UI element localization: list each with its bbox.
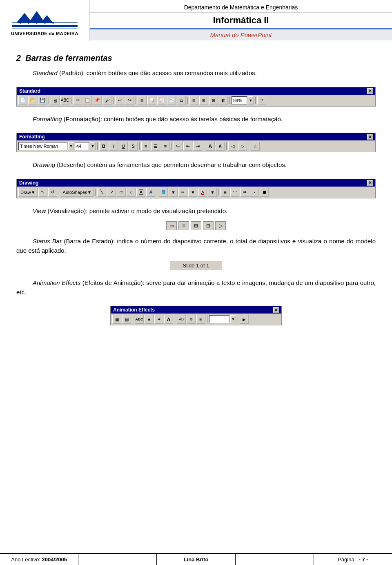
formatting-toolbar: Formatting ✕ Times New Roman ▼ 44 ▼ B I …	[16, 133, 376, 152]
view-normal-btn[interactable]: ▭	[166, 221, 177, 230]
view-slideshow-btn[interactable]: ▷	[215, 221, 226, 230]
standard-toolbar-close[interactable]: ✕	[367, 88, 373, 94]
draw-lines[interactable]: ≡	[220, 188, 229, 197]
tb-copy[interactable]: 📋	[83, 96, 92, 105]
tb-open[interactable]: 📂	[28, 96, 37, 105]
promote-btn[interactable]: ◁	[228, 142, 237, 151]
autoshapes-btn[interactable]: AutoShapes▼	[61, 188, 94, 197]
bold-btn[interactable]: B	[99, 142, 108, 151]
draw-line-color[interactable]: ✏	[178, 188, 187, 197]
align-right[interactable]: ≡	[161, 142, 170, 151]
tb-insert1[interactable]: 📈	[157, 96, 166, 105]
draw-fill-arrow[interactable]: ▼	[169, 188, 178, 197]
indent-less[interactable]: ⇤	[183, 142, 192, 151]
statusbar-rest: (Barra de Estado): indica o número do di…	[16, 238, 376, 254]
tb-insert-table[interactable]: ⊞	[138, 96, 147, 105]
status-bar-text: Slide 1 of 1	[183, 262, 209, 269]
fmt-sep2	[139, 142, 140, 150]
footer-separator1	[78, 554, 157, 565]
anim-select[interactable]	[209, 315, 229, 323]
draw-select[interactable]: ↖	[38, 188, 47, 197]
tb-save[interactable]: 💾	[38, 96, 47, 105]
tb-print[interactable]: 🖨	[51, 96, 60, 105]
anim-btn2[interactable]: ▤	[122, 315, 131, 324]
animation-toolbar-body: ▦ ▤ ABC ★ ✦ A AB ⚙ ⊞ ▼ ▶	[111, 314, 281, 325]
draw-sep4	[218, 189, 219, 196]
align-left[interactable]: ≡	[141, 142, 150, 151]
tb-zoom3[interactable]: ◧	[219, 96, 228, 105]
underline-btn[interactable]: U	[119, 142, 128, 151]
draw-textbox[interactable]: A	[136, 188, 145, 197]
svg-point-7	[36, 22, 38, 24]
tb-undo[interactable]: ↩	[115, 96, 124, 105]
section-title: Barras de ferramentas	[25, 53, 112, 62]
anim-A[interactable]: A	[164, 315, 173, 324]
tb-zoom-out[interactable]: ⊟	[189, 96, 198, 105]
anim-preview[interactable]: ▶	[240, 315, 249, 324]
footer-year-value: 2004/2005	[42, 556, 67, 563]
font-increase[interactable]: A	[206, 142, 215, 151]
draw-3d[interactable]: ◼	[260, 188, 269, 197]
draw-wordart[interactable]: A	[146, 188, 155, 197]
shadow-btn[interactable]: S	[129, 142, 138, 151]
tb-help[interactable]: ?	[257, 96, 266, 105]
tb-spellcheck[interactable]: ABC	[60, 96, 69, 105]
tb-zoom-in[interactable]: ⊞	[199, 96, 208, 105]
italic-btn[interactable]: I	[109, 142, 118, 151]
font-size-arrow[interactable]: ▼	[90, 142, 96, 150]
anim-select-arrow[interactable]: ▼	[230, 315, 236, 323]
anim-bars[interactable]: ⊞	[196, 315, 205, 324]
draw-font-arrow[interactable]: ▼	[208, 188, 217, 197]
view-italic: View	[33, 207, 46, 214]
tb-formatpaint[interactable]: 🖌	[102, 96, 111, 105]
font-size-select[interactable]: 44	[75, 142, 89, 150]
anim-AB[interactable]: AB	[177, 315, 186, 324]
draw-arrow[interactable]: ↗	[107, 188, 116, 197]
fmt-sep5	[226, 142, 227, 150]
draw-menu-btn[interactable]: Draw▼	[18, 188, 38, 197]
tb-insert2[interactable]: 📉	[167, 96, 176, 105]
course-title: Informática II	[90, 13, 392, 29]
formatting-toolbar-close[interactable]: ✕	[367, 134, 373, 140]
align-center[interactable]: ☰	[151, 142, 160, 151]
view-slide-btn[interactable]: ⊞	[191, 221, 201, 230]
draw-rect[interactable]: ▭	[117, 188, 126, 197]
anim-btn1[interactable]: ▦	[112, 315, 121, 324]
animation-toolbar-close[interactable]: ✕	[273, 307, 279, 313]
tb-paste[interactable]: 📌	[93, 96, 102, 105]
animation-preview[interactable]: ☆	[251, 142, 260, 151]
bullets-btn[interactable]: ≔	[174, 142, 183, 151]
draw-line[interactable]: ╲	[97, 188, 106, 197]
animation-toolbar: Animation Effects ✕ ▦ ▤ ABC ★ ✦ A AB ⚙ ⊞	[110, 306, 282, 325]
draw-arrows[interactable]: ⇒	[240, 188, 249, 197]
draw-line-arrow[interactable]: ▼	[188, 188, 197, 197]
anim-text[interactable]: ABC	[135, 315, 144, 324]
draw-shadow[interactable]: ▪	[250, 188, 259, 197]
draw-font-color[interactable]: A	[198, 188, 207, 197]
demote-btn[interactable]: ▷	[238, 142, 247, 151]
indent-more[interactable]: ⇥	[193, 142, 202, 151]
tb-redo[interactable]: ↪	[125, 96, 134, 105]
draw-oval[interactable]: ○	[127, 188, 136, 197]
anim-star1[interactable]: ★	[145, 315, 154, 324]
font-name-arrow[interactable]: ▼	[68, 142, 74, 150]
tb-zoom-pct[interactable]: 88%	[232, 96, 247, 105]
draw-dashes[interactable]: ⋯	[230, 188, 239, 197]
draw-fill-color[interactable]: 🪣	[159, 188, 168, 197]
tb-insert3[interactable]: 🗂	[177, 96, 186, 105]
font-decrease[interactable]: A	[216, 142, 225, 151]
anim-gear[interactable]: ⚙	[187, 315, 196, 324]
tb-zoom-arrow[interactable]: ▼	[248, 96, 254, 105]
anim-star2[interactable]: ✦	[154, 315, 163, 324]
svg-point-5	[20, 22, 21, 24]
drawing-toolbar-close[interactable]: ✕	[367, 180, 373, 186]
view-notes-btn[interactable]: ⊟	[203, 221, 214, 230]
tb-zoom2[interactable]: ⊠	[209, 96, 218, 105]
view-outline-btn[interactable]: ≡	[178, 221, 189, 230]
tb-cut[interactable]: ✂	[73, 96, 82, 105]
fmt-sep3	[172, 142, 172, 150]
tb-insert-chart[interactable]: 📊	[147, 96, 156, 105]
draw-rotate[interactable]: ↺	[48, 188, 57, 197]
font-name-select[interactable]: Times New Roman	[18, 142, 67, 150]
tb-new[interactable]: 📄	[18, 96, 27, 105]
